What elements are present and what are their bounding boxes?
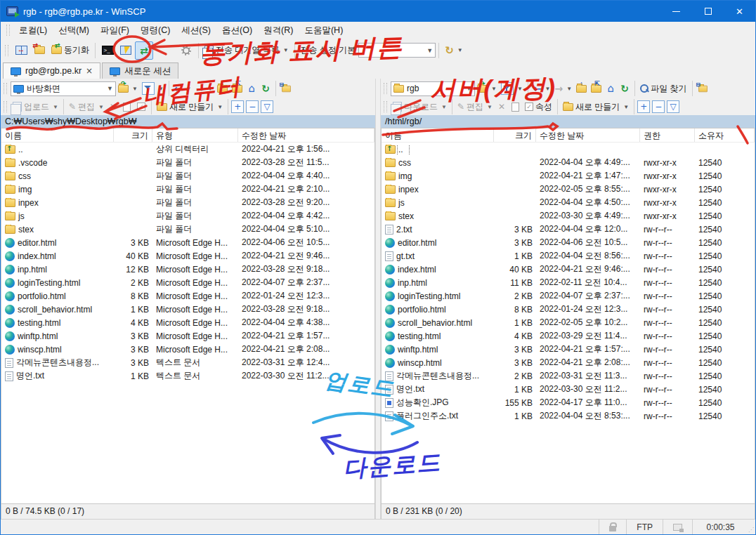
close-button[interactable]: ✕ [724,1,755,22]
menu-remote[interactable]: 원격(R) [258,22,299,39]
column-header-type[interactable]: 유형 [152,128,238,142]
file-row[interactable]: scroll_behavior.html1 KBMicrosoft Edge H… [1,303,374,316]
file-row[interactable]: winscp.html3 KBMicrosoft Edge H...2022-0… [1,343,374,356]
local-invert-selection-button[interactable]: ▽ [261,100,273,113]
sync-browsing-toggle-button[interactable]: ⇄ [135,41,153,60]
local-properties-button[interactable]: ✓ [134,99,148,114]
console-button[interactable] [117,41,135,60]
check-for-updates-button[interactable]: ↻▼ [442,41,466,60]
file-row[interactable]: 성능확인.JPG155 KB2022-04-17 오후 11:0...rw-r-… [382,396,755,409]
menu-local[interactable]: 로컬(L) [13,22,53,39]
column-header-name[interactable]: 이름 [1,128,114,142]
local-select-plus-button[interactable]: + [231,100,244,113]
file-row[interactable]: index.html40 KB2022-04-21 오전 9:46:...rw-… [382,263,755,276]
file-row[interactable]: .vscode파일 폴더2022-03-28 오전 11:5... [1,156,374,169]
column-header-date[interactable]: 수정한 날짜 [238,128,374,142]
local-root-directory-button[interactable]: ⇱ [230,81,245,96]
remote-properties-button[interactable]: ✓속성 [523,99,554,114]
local-drive-combo[interactable]: 바탕화면 ▼ [11,81,116,96]
file-row[interactable]: testing.html4 KB2022-03-29 오전 11:4...rw-… [382,329,755,343]
column-header-permissions[interactable]: 권한 [640,128,695,142]
file-row[interactable]: 각메뉴콘텐츠내용정...2 KB2022-03-31 오전 11:3...rw-… [382,369,755,383]
local-back-button[interactable]: ←▼ [172,81,194,96]
file-row[interactable]: inpex파일 폴더2022-03-28 오전 9:20... [1,196,374,209]
file-row[interactable]: inp.html11 KB2022-02-11 오전 10:4...rw-r--… [382,276,755,289]
remote-forward-button[interactable]: →▼ [553,81,575,96]
local-path-bar[interactable]: C:₩Users₩shy₩Desktop₩rgb₩ [1,115,375,128]
file-row[interactable]: inpex2022-02-05 오후 8:55:...rwxr-xr-x1254… [382,183,755,196]
resize-grip[interactable]: ⋰ [748,520,755,534]
local-refresh-button[interactable]: ↻ [259,81,273,96]
menu-session[interactable]: 세션(S) [176,22,216,39]
file-row[interactable]: 명언.txt1 KB텍스트 문서2022-03-30 오전 11:2... [1,369,374,383]
column-header-size[interactable]: 크기 [114,128,152,142]
remote-delete-button[interactable]: ✕ [495,99,509,114]
file-row[interactable]: stex파일 폴더2022-04-04 오후 5:10... [1,223,374,236]
remote-duplicate-button[interactable] [509,99,523,114]
column-header-size[interactable]: 크기 [494,128,536,142]
file-row[interactable]: js파일 폴더2022-04-04 오후 4:42... [1,209,374,223]
transfer-settings-combo[interactable]: ▼ [358,43,436,58]
column-header-owner[interactable]: 소유자 [695,128,755,142]
remote-new-button[interactable]: 새로 만들기▼ [561,99,631,114]
file-row[interactable]: editor.html3 KB2022-04-06 오전 10:5...rw-r… [382,236,755,249]
compare-directories-button[interactable] [12,41,30,60]
file-row[interactable]: img파일 폴더2022-04-21 오후 2:10... [1,183,374,196]
remote-home-directory-button[interactable]: ⌂ [604,81,618,96]
file-row[interactable]: .. [382,143,755,156]
remote-back-button[interactable]: ←▼ [531,81,553,96]
column-header-date[interactable]: 수정한 날짜 [536,128,640,142]
file-row[interactable]: index.html40 KBMicrosoft Edge H...2022-0… [1,249,374,263]
column-header-name[interactable]: 이름 [382,128,494,142]
menu-options[interactable]: 옵션(O) [216,22,258,39]
menu-file[interactable]: 파일(F) [95,22,135,39]
file-row[interactable]: testing.html4 KBMicrosoft Edge H...2022-… [1,316,374,329]
new-session-tab[interactable]: 새로운 세션 [102,62,178,79]
synchronize-button[interactable]: ⇄ 동기화 [48,41,92,60]
file-row[interactable]: winftp.html3 KBMicrosoft Edge H...2022-0… [1,329,374,343]
file-row[interactable]: css파일 폴더2022-04-04 오후 4:40... [1,169,374,183]
tab-close-icon[interactable]: × [86,66,93,76]
remote-select-minus-button[interactable]: − [652,100,665,113]
open-terminal-button[interactable]: >_ [98,41,117,60]
file-row[interactable]: inp.html12 KBMicrosoft Edge H...2022-03-… [1,263,374,276]
upload-button[interactable]: 업로드▼ [11,99,60,114]
file-row[interactable]: 2.txt3 KB2022-04-04 오후 12:0...rw-r--r--1… [382,223,755,236]
local-home-directory-button[interactable]: ⌂ [245,81,259,96]
file-row[interactable]: 명언.txt1 KB2022-03-30 오전 11:2...rw-r--r--… [382,383,755,396]
preferences-button[interactable] [177,41,195,60]
local-parent-directory-button[interactable]: ↑ [215,81,230,96]
file-row[interactable]: img2022-04-21 오후 1:47:...rwxr-xr-x12540 [382,169,755,183]
file-row[interactable]: portfolio.html8 KBMicrosoft Edge H...202… [1,289,374,303]
remote-invert-selection-button[interactable]: ▽ [667,100,679,113]
remote-root-directory-button[interactable]: ⇱ [589,81,604,96]
file-row[interactable]: scroll_behavior.html1 KB2022-02-05 오후 10… [382,316,755,329]
panel-splitter[interactable] [375,79,381,519]
synchronize-browsing-folders-button[interactable]: ⇄ [30,41,48,60]
remote-parent-directory-button[interactable]: ↑ [574,81,589,96]
local-duplicate-button[interactable] [120,99,134,114]
file-row[interactable]: css2022-04-04 오후 4:49:...rwxr-xr-x12540 [382,156,755,169]
menu-help[interactable]: 도움말(H) [299,22,348,39]
file-row[interactable]: 플러그인주소.txt1 KB2022-04-04 오전 8:53:...rw-r… [382,409,755,423]
menu-commands[interactable]: 명령(C) [135,22,176,39]
remote-path-bar[interactable]: /html/rgb/ [381,115,755,128]
remote-filter-button[interactable]: ▼ [499,81,525,96]
file-row[interactable]: gt.txt1 KB2022-04-04 오전 8:56:...rw-r--r-… [382,249,755,263]
file-row[interactable]: loginTesting.html2 KB2022-04-07 오후 2:37:… [382,289,755,303]
local-edit-button[interactable]: ✎편집▼ [67,99,106,114]
local-new-button[interactable]: 새로 만들기▼ [155,99,225,114]
session-tab[interactable]: rgb@rgb.pe.kr × [3,62,100,79]
remote-edit-button[interactable]: ✎편집▼ [455,99,495,114]
remote-open-directory-button[interactable]: ↷▼ [475,81,499,96]
file-row[interactable]: stex2022-03-30 오후 4:49:...rwxr-xr-x12540 [382,209,755,223]
local-tree-button[interactable]: ⊟ [279,81,294,96]
file-row[interactable]: editor.html3 KBMicrosoft Edge H...2022-0… [1,236,374,249]
local-filter-button[interactable]: ▼ [140,81,166,96]
remote-tree-button[interactable]: ⊟ [696,81,710,96]
file-row[interactable]: 각메뉴콘텐츠내용정...3 KB텍스트 문서2022-03-31 오후 12:4… [1,356,374,369]
local-delete-button[interactable]: ✕ [106,99,120,114]
minimize-button[interactable] [660,1,692,22]
local-open-directory-button[interactable]: ↷▼ [116,81,140,96]
file-row[interactable]: ..상위 디렉터리2022-04-21 오후 1:56... [1,143,374,156]
